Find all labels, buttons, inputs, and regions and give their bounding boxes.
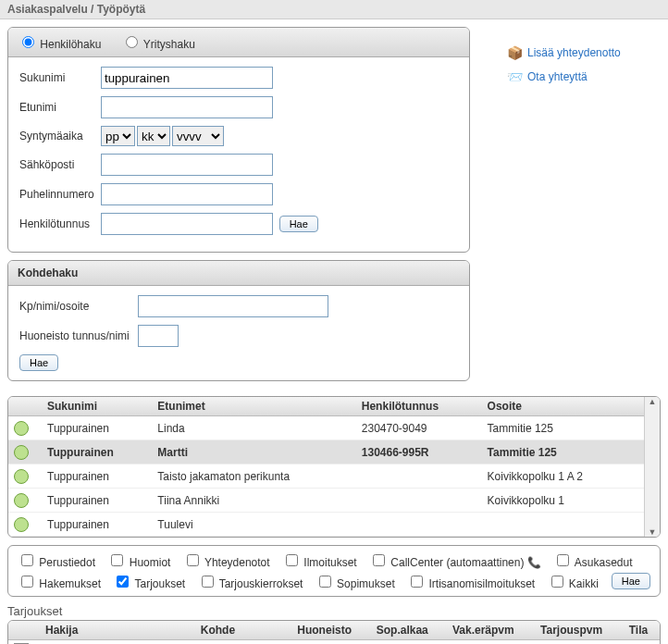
cb-perustiedot[interactable] [21, 554, 33, 566]
offers-table: Hakija Kohde Huoneisto Sop.alkaa Vak.erä… [8, 621, 660, 644]
filter-tarjouskierrokset[interactable]: Tarjouskierrokset [198, 577, 303, 590]
filter-hakemukset[interactable]: Hakemukset [18, 577, 101, 590]
person-icon [14, 493, 29, 508]
cell-hetu: 230470-9049 [356, 416, 482, 440]
sukunimi-field[interactable] [101, 67, 273, 89]
cb-kaikki[interactable] [551, 576, 563, 588]
col-kohde[interactable]: Kohde [195, 621, 263, 640]
link-add-contact[interactable]: 📦 Lisää yhteydenotto [507, 45, 661, 60]
offers-title: Tarjoukset [7, 604, 661, 618]
cb-tarjouskierrokset[interactable] [202, 576, 214, 588]
filter-sopimukset[interactable]: Sopimukset [315, 577, 395, 590]
cb-tarjoukset[interactable] [117, 576, 129, 588]
birth-month-select[interactable]: kk [137, 126, 170, 146]
cell-etunimet: Tuulevi [152, 513, 355, 537]
cell-osoite: Koivikkopolku 1 [482, 489, 634, 513]
cell-sopalkaa: 1.10.2017 [371, 640, 447, 645]
cb-hakemukset[interactable] [21, 576, 33, 588]
table-row[interactable]: TuppurainenTaisto jakamaton perikuntaKoi… [8, 464, 660, 489]
add-contact-icon: 📦 [507, 45, 522, 60]
filter-irtisanomisilmoitukset[interactable]: Irtisanomisilmoitukset [407, 577, 535, 590]
radio-person-input[interactable] [22, 36, 34, 48]
hae-button-person[interactable]: Hae [279, 216, 318, 232]
etunimi-field[interactable] [101, 96, 273, 118]
offers-panel: Hakija Kohde Huoneisto Sop.alkaa Vak.erä… [7, 620, 661, 644]
person-icon [14, 517, 29, 532]
cb-yhteydenotot[interactable] [187, 554, 199, 566]
scroll-up-icon[interactable]: ▲ [649, 397, 657, 406]
link-contact-us[interactable]: 📨 Ota yhteyttä [507, 69, 661, 84]
col-huoneisto[interactable]: Huoneisto [291, 621, 370, 640]
lbl-hakemukset: Hakemukset [39, 577, 101, 590]
lbl-sopimukset: Sopimukset [337, 577, 395, 590]
label-huoneisto: Huoneisto tunnus/nimi [19, 329, 138, 342]
lbl-tarjoukset: Tarjoukset [135, 577, 186, 590]
col-sukunimi[interactable]: Sukunimi [42, 397, 152, 416]
filter-callcenter[interactable]: CallCenter (automaattinen) 📞 [369, 556, 541, 569]
col-tila[interactable]: Tila [624, 621, 660, 640]
huoneisto-field[interactable] [138, 325, 179, 347]
filter-asukasedut[interactable]: Asukasedut [553, 556, 632, 569]
filter-perustiedot[interactable]: Perustiedot [18, 556, 95, 569]
table-row[interactable]: TuppurainenMartti130466-995RTammitie 125 [8, 440, 660, 464]
col-hakija[interactable]: Hakija [40, 621, 166, 640]
cell-tarjouspvm: 20.9.2017 [535, 640, 624, 645]
cell-hetu: 130466-995R [356, 440, 482, 464]
cell-osoite: Koivikkopolku 1 A 2 [482, 464, 634, 489]
radio-company[interactable]: Yrityshaku [121, 38, 195, 51]
results-panel: Sukunimi Etunimet Henkilötunnus Osoite T… [7, 396, 661, 538]
cb-irtisanomisilmoitukset[interactable] [411, 576, 423, 588]
col-hetu[interactable]: Henkilötunnus [356, 397, 482, 416]
table-row[interactable]: Tuppurainen Martti🏠0110 Vt IAs 51.10.201… [8, 640, 660, 645]
lbl-huomiot: Huomiot [130, 556, 171, 569]
filter-kaikki[interactable]: Kaikki [548, 577, 599, 590]
col-osoite[interactable]: Osoite [482, 397, 634, 416]
link-add-contact-label: Lisää yhteydenotto [527, 46, 621, 59]
cb-asukasedut[interactable] [557, 554, 569, 566]
lbl-kaikki: Kaikki [569, 577, 599, 590]
birth-year-select[interactable]: vvvv [172, 126, 224, 146]
cb-callcenter[interactable] [373, 554, 385, 566]
kp-field[interactable] [138, 295, 328, 317]
lbl-asukasedut: Asukasedut [575, 556, 633, 569]
col-sopalkaa[interactable]: Sop.alkaa [371, 621, 447, 640]
radio-person[interactable]: Henkilöhaku [18, 38, 105, 51]
cb-huomiot[interactable] [111, 554, 123, 566]
puhelinnumero-field[interactable] [101, 183, 273, 205]
phone-icon: 📞 [524, 556, 540, 569]
cb-ilmoitukset[interactable] [286, 554, 298, 566]
radio-company-input[interactable] [126, 36, 138, 48]
cell-sukunimi: Tuppurainen [42, 513, 152, 537]
lbl-perustiedot: Perustiedot [39, 556, 95, 569]
label-kp: Kp/nimi/osoite [19, 300, 138, 313]
filter-yhteydenotot[interactable]: Yhteydenotot [183, 556, 270, 569]
filter-tarjoukset[interactable]: Tarjoukset [113, 577, 185, 590]
col-tarjouspvm[interactable]: Tarjouspvm [535, 621, 624, 640]
birth-day-select[interactable]: pp [101, 126, 135, 146]
cell-sukunimi: Tuppurainen [42, 464, 152, 489]
results-scrollbar[interactable]: ▲ ▼ [644, 397, 660, 537]
cb-sopimukset[interactable] [319, 576, 331, 588]
col-etunimet[interactable]: Etunimet [152, 397, 355, 416]
cell-hakija: Tuppurainen Martti [40, 640, 166, 645]
filter-huomiot[interactable]: Huomiot [107, 556, 170, 569]
table-row[interactable]: TuppurainenLinda230470-9049Tammitie 125 [8, 416, 660, 440]
col-vakera[interactable]: Vak.eräpvm [447, 621, 535, 640]
cell-osoite [482, 513, 634, 537]
filter-panel: Perustiedot Huomiot Yhteydenotot Ilmoitu… [7, 545, 661, 597]
table-row[interactable]: TuppurainenTiina AnnikkiKoivikkopolku 1 [8, 489, 660, 513]
filter-ilmoitukset[interactable]: Ilmoitukset [282, 556, 357, 569]
link-contact-us-label: Ota yhteyttä [527, 70, 588, 83]
sahkoposti-field[interactable] [101, 154, 273, 176]
contact-us-icon: 📨 [507, 69, 522, 84]
cell-sukunimi: Tuppurainen [42, 489, 152, 513]
person-search-panel: Henkilöhaku Yrityshaku Sukunimi Etunimi … [7, 27, 470, 253]
henkilotunnus-field[interactable] [101, 213, 273, 235]
kohdehaku-title: Kohdehaku [8, 261, 469, 286]
hae-button-filters[interactable]: Hae [612, 573, 650, 589]
cell-kohde: 0110 Vt I [195, 640, 263, 645]
hae-button-kohde[interactable]: Hae [19, 354, 58, 371]
scroll-down-icon[interactable]: ▼ [649, 527, 657, 537]
table-row[interactable]: TuppurainenTuulevi [8, 513, 660, 537]
cell-tila [624, 640, 660, 645]
